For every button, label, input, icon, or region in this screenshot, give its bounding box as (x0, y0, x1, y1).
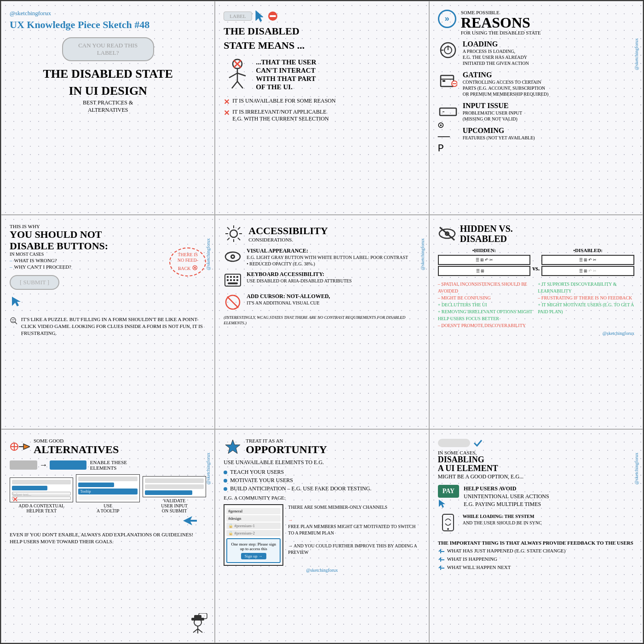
opp-bullet-motivate: MOTIVATE YOUR USERS (224, 477, 420, 484)
svg-rect-48 (228, 282, 238, 284)
main-title-line1: THE DISABLED STATE (10, 68, 206, 81)
sketch-number: UX Knowledge Piece Sketch #48 (10, 19, 206, 31)
subtitle: BEST PRACTICES &ALTERNATIVES (10, 99, 206, 114)
svg-marker-59 (23, 444, 30, 449)
signup-btn[interactable]: Sign up → (241, 553, 266, 559)
arrow-feedback-2 (438, 556, 445, 564)
reason-input: INPUT ISSUE PROBLEMATIC USER INPUT(MISSI… (438, 102, 634, 122)
disabled-title-line1: THE DISABLED (224, 25, 420, 37)
svg-line-7 (232, 81, 237, 88)
magnify-sad-icon (10, 312, 17, 329)
treat-it-as: TREAT IT AS AN (246, 438, 327, 443)
a11y-cursor: ADD CURSOR: NOT-ALLOWED, IT'S AN ADDITIO… (224, 293, 420, 311)
phone-icon (442, 513, 454, 532)
arrow-feedback-1 (438, 548, 445, 555)
reason-loading: LOADING A PROCESS IS LOADING,E.G. THE US… (438, 40, 634, 66)
pay-description: HELP USERS AVOID UNINTENTIONAL USER ACTI… (464, 485, 549, 508)
input-issue-icon (439, 106, 457, 117)
arrow-validate-icon (183, 516, 197, 525)
eye-strikethrough-icon (438, 225, 456, 242)
no-feedback-badge: THERE IS NO FEED-BACK ⊗ (169, 247, 206, 276)
opp-bullet-anticipation: BUILD ANTICIPATION – E.G. USE FAKE DOOR … (224, 485, 420, 492)
disabling-title-line1: DISABLING (438, 455, 634, 465)
label-button-example: LABEL (224, 12, 252, 21)
reason-upcoming: ⊙ ── P UPCOMING FEATURES (NOT YET AVAILA… (438, 126, 634, 147)
cell-no-disable: THIS IS WHY YOU SHOULD NOT DISABLE BUTTO… (1, 215, 215, 429)
svg-marker-0 (256, 11, 263, 22)
hidden-vs-title: HIDDEN VS. (460, 224, 513, 234)
in-some-cases: IN SOME CASES, (438, 450, 634, 455)
svg-line-24 (15, 322, 17, 324)
svg-point-72 (447, 528, 449, 530)
disabled-title-line2: STATE MEANS ... (224, 40, 420, 51)
feedback-item-1: WHAT HAS JUST HAPPENED (E.G. STATE CHANG… (438, 548, 634, 555)
interact-text: ...THAT THE USER CAN'T INTERACT WITH THA… (256, 58, 316, 91)
arrow-feedback-3 (438, 564, 445, 572)
star-icon (224, 438, 242, 456)
svg-line-33 (238, 238, 240, 240)
svg-point-27 (230, 230, 237, 237)
svg-marker-70 (439, 500, 445, 508)
svg-line-34 (238, 227, 240, 230)
keyboard-icon (224, 274, 241, 287)
important-thing: THE IMPORTANT THING IS THAT ALWAYS PROVI… (438, 540, 634, 546)
alternatives-icon (10, 438, 30, 455)
svg-rect-43 (236, 276, 238, 278)
should-not-title-line1: YOU SHOULD NOT (10, 229, 206, 240)
hidden-pros-cons: – SPATIAL INCONSISTENCIES SHOULD BE AVOI… (438, 281, 535, 329)
phone-sync-description: WHILE LOADING: THE SYSTEM AND THE USER S… (463, 513, 542, 526)
wcag-note: (INTERESTINGLY, WCAG STATES THAT THERE A… (224, 315, 420, 326)
accessibility-sun-icon (224, 224, 244, 244)
hidden-toolbar-partial: ☰⊞ (438, 266, 531, 276)
svg-line-35 (227, 238, 230, 240)
hidden-disabled-grid: •HIDDEN: ☰⊞↶✂ ☰⊞ vs. •DISABLED: ☰⊞↶✂ (438, 247, 634, 277)
feedback-item-3: WHAT WILL HAPPEN NEXT (438, 564, 634, 572)
loading-icon (439, 41, 457, 59)
contextual-helper-label: ADD A CONTEXTUAL HELPER TEXT (10, 503, 73, 513)
gray-label-bar (438, 439, 470, 447)
handle-cell6: @sketchingforux (438, 331, 634, 336)
alternatives-title: ALTERNATIVES (34, 443, 119, 456)
svg-line-6 (237, 73, 246, 76)
svg-rect-45 (230, 279, 232, 281)
handle-vertical-cell5: @sketchingforux (420, 238, 425, 270)
svg-rect-40 (227, 276, 229, 278)
cell-hidden-vs-disabled: HIDDEN VS. DISABLED •HIDDEN: ☰⊞↶✂ ☰⊞ vs. (429, 215, 643, 429)
cell-disabled-state-means: LABEL THE DISABLED STATE MEANS ... (215, 1, 429, 215)
community-page-example: #general #design 🔒 #premium-1 🔒 #premium… (224, 504, 420, 566)
figure-with-hat (188, 613, 208, 636)
even-if-text: EVEN IF YOU DON'T ENABLE, ALWAYS ADD EXP… (10, 531, 206, 546)
reason-irrelevant: ✕ IT IS IRRELEVANT/NOT APPLICABLE E.G. W… (224, 109, 420, 122)
svg-point-25 (12, 319, 13, 320)
enable-text: ENABLE THESEELEMENTS (90, 460, 127, 471)
svg-rect-42 (233, 276, 235, 278)
svg-line-8 (237, 81, 243, 88)
svg-rect-41 (230, 276, 232, 278)
bullet-why-cant: – WHY CAN'T I PROCEED? (10, 264, 71, 270)
svg-rect-44 (227, 279, 229, 281)
cell-intro: @sketchingforux UX Knowledge Piece Sketc… (1, 1, 215, 215)
cursor-icon (255, 10, 265, 23)
disabled-label-example: CAN YOU READ THIS LABEL? (62, 37, 154, 61)
cell-opportunity: TREAT IT AS AN OPPORTUNITY USE UNAVAILAB… (215, 429, 429, 643)
considerations-label: CONSIDERATIONS. (248, 237, 328, 242)
arrow-right-icon: → (41, 460, 46, 470)
tooltip-label: USEA TOOLTIP (76, 503, 139, 513)
handle-vertical-cell4: @sketchingforux (206, 238, 211, 270)
handle-vertical-cell3: @sketchingforux (634, 38, 639, 70)
bullet-what-wrong: – WHAT IS WRONG? (10, 258, 71, 263)
cell-good-option: IN SOME CASES, DISABLING A UI ELEMENT MI… (429, 429, 643, 643)
feedback-item-2: WHAT IS HAPPENING (438, 556, 634, 564)
validate-label: VALIDATEUSER INPUTON SUBMIT (143, 498, 206, 513)
signup-box: One more step: Please sign up to access … (226, 538, 281, 563)
svg-point-38 (232, 256, 234, 258)
handle-vertical-cell9: @sketchingforux (634, 453, 639, 484)
svg-line-67 (193, 629, 198, 632)
arrow-pointer-icon (10, 294, 23, 308)
svg-marker-22 (12, 297, 21, 306)
svg-rect-46 (233, 279, 235, 281)
handle-username: @sketchingforux (10, 10, 206, 17)
main-title-line2: IN UI DESIGN (10, 85, 206, 98)
handle-cell8: @sketchingforux (224, 568, 420, 573)
gray-bar-element (10, 460, 37, 470)
